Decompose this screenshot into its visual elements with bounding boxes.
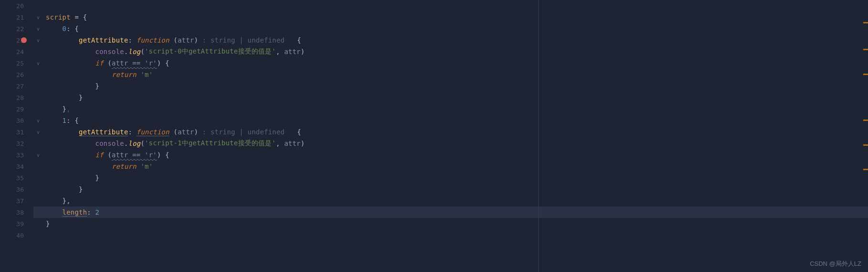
code-line[interactable]: if (attr == 'r') { (46, 149, 868, 161)
line-number: 27 (0, 83, 28, 90)
code-editor[interactable]: 20 21 22 23 24 25 26 27 28 29 30 31 32 3… (0, 0, 868, 272)
fold-toggle-icon[interactable]: v (33, 11, 43, 23)
watermark: CSDN @局外人LZ (810, 260, 861, 268)
line-number: 25 (0, 60, 28, 67)
line-number: 34 (0, 163, 28, 170)
fold-toggle-icon[interactable] (33, 195, 43, 207)
fold-toggle-icon[interactable] (33, 172, 43, 184)
code-line[interactable] (46, 0, 868, 11)
code-line[interactable]: getAttribute: function (attr) : string |… (46, 34, 868, 46)
fold-toggle-icon[interactable] (33, 207, 43, 218)
line-number: 35 (0, 174, 28, 182)
code-line[interactable]: } (46, 172, 868, 184)
line-number: 36 (0, 186, 28, 193)
code-line[interactable]: console.log('script-1中getAttribute接受的值是'… (46, 138, 868, 149)
line-number: 30 (0, 117, 28, 124)
warning-marker[interactable] (863, 22, 868, 23)
code-line[interactable]: } (46, 184, 868, 195)
fold-toggle-icon[interactable] (33, 138, 43, 149)
line-number: 32 (0, 140, 28, 147)
warning-marker[interactable] (863, 144, 868, 146)
code-line[interactable]: 1: { (46, 115, 868, 126)
fold-toggle-icon[interactable]: v (33, 149, 43, 161)
warning-marker[interactable] (863, 49, 868, 50)
code-line[interactable]: return 'm' (46, 69, 868, 80)
right-margin-guide (538, 0, 539, 272)
line-number: 28 (0, 94, 28, 101)
line-number: 29 (0, 106, 28, 113)
warning-marker[interactable] (863, 74, 868, 75)
fold-toggle-icon[interactable] (33, 46, 43, 57)
fold-toggle-icon[interactable] (33, 161, 43, 172)
inlay-hint: : string | undefined (202, 128, 289, 136)
fold-toggle-icon[interactable] (33, 69, 43, 80)
line-number: 26 (0, 71, 28, 78)
line-number: 22 (0, 25, 28, 33)
line-number: 20 (0, 2, 28, 10)
code-line[interactable]: } (46, 80, 868, 92)
fold-toggle-icon[interactable]: v (33, 34, 43, 46)
line-number: 33 (0, 152, 28, 159)
code-line[interactable]: console.log('script-0中getAttribute接受的值是'… (46, 46, 868, 57)
line-number: 31 (0, 129, 28, 136)
code-line[interactable]: } (46, 218, 868, 229)
fold-toggle-icon[interactable]: v (33, 126, 43, 138)
code-line[interactable]: script = { (46, 11, 868, 23)
fold-toggle-icon[interactable] (33, 80, 43, 92)
code-area[interactable]: script = { 0: { getAttribute: function (… (46, 0, 868, 272)
line-number: 40 (0, 232, 28, 239)
error-stripe[interactable] (862, 0, 868, 272)
fold-toggle-icon[interactable] (33, 0, 43, 11)
code-line[interactable]: length: 2 (46, 207, 868, 218)
fold-toggle-icon[interactable] (33, 184, 43, 195)
line-number: 37 (0, 197, 28, 205)
code-line[interactable]: }, (46, 103, 868, 115)
warning-marker[interactable] (863, 120, 868, 121)
code-line[interactable]: } (46, 92, 868, 103)
code-line[interactable]: }, (46, 195, 868, 207)
inlay-hint: : string | undefined (202, 36, 289, 44)
line-number: 38 (0, 209, 28, 216)
fold-toggle-icon[interactable] (33, 92, 43, 103)
fold-toggle-icon[interactable] (33, 103, 43, 115)
code-line[interactable] (46, 229, 868, 241)
code-line[interactable]: getAttribute: function (attr) : string |… (46, 126, 868, 138)
code-line[interactable]: return 'm' (46, 161, 868, 172)
fold-toggle-icon[interactable]: v (33, 115, 43, 126)
line-number: 24 (0, 48, 28, 55)
warning-marker[interactable] (863, 169, 868, 170)
line-number: 39 (0, 220, 28, 228)
code-line[interactable]: if (attr == 'r') { (46, 57, 868, 69)
fold-toggle-icon[interactable]: v (33, 23, 43, 34)
gutter[interactable]: 20 21 22 23 24 25 26 27 28 29 30 31 32 3… (0, 0, 33, 272)
code-line[interactable]: 0: { (46, 23, 868, 34)
line-number: 21 (0, 14, 28, 21)
fold-column: v v v v v v v (33, 0, 43, 272)
fold-toggle-icon[interactable]: v (33, 57, 43, 69)
fold-toggle-icon[interactable] (33, 218, 43, 229)
breakpoint-icon[interactable] (21, 37, 27, 43)
